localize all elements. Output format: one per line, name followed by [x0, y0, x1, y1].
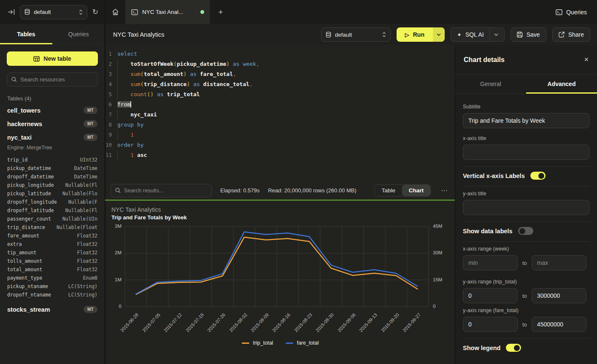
column-row: pickup_datetimeDateTime: [7, 164, 97, 173]
x-axis-tick: 2015-08-02: [228, 312, 248, 333]
x-axis-tick: 2015-08-30: [315, 312, 335, 333]
database-icon: [24, 9, 30, 15]
refresh-icon[interactable]: ↻: [92, 8, 98, 16]
results-search[interactable]: [111, 184, 212, 197]
xrange-min-input[interactable]: [463, 255, 518, 270]
yrange-trip-min-input[interactable]: [463, 288, 518, 303]
sql-ai-button[interactable]: ✦ SQL AI: [451, 27, 505, 42]
x-axis-tick: 2015-07-12: [163, 312, 183, 333]
show-legend-toggle[interactable]: [506, 344, 521, 352]
unsaved-changes-dot: [200, 10, 204, 14]
legend-item-fare_total[interactable]: fare_total: [286, 340, 319, 346]
sidebar-tab-queries[interactable]: Queries: [52, 24, 105, 44]
view-chart-button[interactable]: Chart: [402, 185, 430, 196]
chart-plot[interactable]: 01M2M3M015M30M45M: [105, 224, 455, 309]
y-axis-tick-left: 0: [106, 304, 122, 309]
details-body: Subtitle x-axis title Vertical x-axis La…: [455, 94, 597, 352]
x-axis-tick: 2015-09-27: [402, 312, 421, 333]
yrange-fare-max-input[interactable]: [532, 317, 586, 332]
y-axis-tick-right: 30M: [433, 250, 442, 255]
code-line: 1select: [105, 49, 455, 59]
xrange-max-input[interactable]: [532, 255, 586, 270]
read-stat: Read: 20,000,000 rows (260.00 MB): [268, 187, 357, 194]
y-axis-tick-right: 15M: [433, 277, 442, 282]
sql-editor[interactable]: 1select2 toStartOfWeek(pickup_datetime) …: [105, 45, 455, 181]
save-button[interactable]: Save: [511, 27, 546, 42]
yrange-trip-row: to: [463, 288, 589, 303]
column-row: dropoff_longitudeNullable(F: [7, 198, 97, 206]
query-tab-icon: [131, 9, 138, 15]
engine-badge: MT: [84, 306, 97, 313]
y-axis-tick-right: 45M: [433, 224, 442, 229]
tab-general[interactable]: General: [455, 75, 526, 93]
table-row-stocks-stream[interactable]: stocks_stream MT: [0, 302, 105, 316]
yrange-fare-min-input[interactable]: [463, 317, 518, 332]
tab-title: NYC Taxi Anal...: [142, 9, 196, 15]
view-table-button[interactable]: Table: [375, 185, 402, 196]
column-row: payment_typeEnum8: [7, 274, 97, 282]
elapsed-stat: Elapsed: 0.579s: [220, 187, 259, 194]
details-header: Chart details ×: [455, 45, 597, 75]
column-row: fare_amountFloat32: [7, 232, 97, 240]
tab-nyc-taxi-analytics[interactable]: NYC Taxi Anal...: [125, 0, 211, 24]
x-axis-tick: 2015-08-23: [293, 312, 313, 333]
table-row-nyc-taxi[interactable]: nyc_taxi MT: [0, 130, 105, 144]
results-search-input[interactable]: [124, 187, 207, 194]
chart-legend[interactable]: trip_totalfare_total: [105, 340, 455, 346]
header-database-value: default: [335, 32, 378, 38]
legend-item-trip_total[interactable]: trip_total: [242, 340, 273, 346]
column-row: dropoff_latitudeNullable(Fl: [7, 206, 97, 215]
yaxis-title-input[interactable]: [463, 200, 589, 215]
x-axis-tick: 2015-09-06: [337, 312, 357, 333]
run-button[interactable]: ▷ Run: [397, 27, 433, 42]
table-row-hackernews[interactable]: hackernews MT: [0, 117, 105, 130]
code-line: 8group by: [105, 120, 455, 130]
engine-badge: MT: [84, 120, 97, 127]
new-tab-button[interactable]: +: [211, 0, 231, 24]
data-labels-toggle[interactable]: [518, 227, 533, 235]
vertical-labels-toggle[interactable]: [530, 172, 546, 180]
y-axis-tick-left: 3M: [106, 224, 122, 229]
xaxis-title-input[interactable]: [463, 145, 589, 160]
selector-chevrons-icon: [79, 9, 83, 15]
legend-swatch: [286, 342, 293, 344]
queries-button[interactable]: Queries: [556, 9, 587, 16]
tab-advanced[interactable]: Advanced: [526, 75, 597, 93]
subtitle-input[interactable]: [463, 113, 589, 128]
column-row: pickup_latitudeNullable(Flo: [7, 189, 97, 198]
save-label: Save: [527, 31, 540, 38]
query-title: NYC Taxi Analytics: [113, 31, 315, 38]
new-table-label: New table: [43, 55, 71, 62]
tab-strip: NYC Taxi Anal... +: [105, 0, 556, 24]
run-options-button[interactable]: [433, 27, 445, 42]
details-tabs: General Advanced: [455, 75, 597, 94]
database-selector[interactable]: default: [20, 5, 87, 19]
home-button[interactable]: [105, 0, 125, 24]
code-line: 10order by: [105, 140, 455, 150]
x-axis-tick: 2015-08-16: [271, 312, 291, 333]
close-icon[interactable]: ×: [584, 55, 589, 64]
table-row-cell-towers[interactable]: cell_towers MT: [0, 103, 105, 117]
topbar-left: default ↻: [0, 0, 105, 24]
collapse-sidebar-icon[interactable]: [8, 9, 15, 15]
new-table-button[interactable]: New table: [7, 51, 98, 66]
column-row: tip_amountFloat32: [7, 248, 97, 257]
sql-ai-options-button[interactable]: [489, 28, 498, 41]
more-options-button[interactable]: ⋯: [439, 186, 450, 194]
search-icon: [11, 77, 17, 82]
x-axis-tick: 2015-07-26: [206, 312, 226, 333]
resource-search-input[interactable]: [20, 76, 93, 83]
xaxis-title-label: x-axis title: [463, 135, 589, 141]
code-line: 11 1 asc: [105, 150, 455, 160]
xrange-label: x-axis range (week): [463, 246, 589, 252]
column-row: trip_idUInt32: [7, 156, 97, 164]
x-axis-tick: 2015-09-20: [380, 312, 400, 333]
sidebar-tab-tables[interactable]: Tables: [0, 24, 52, 44]
yrange-trip-max-input[interactable]: [532, 288, 586, 303]
resource-search[interactable]: [7, 73, 98, 86]
code-line: 5 count() as trip_total: [105, 89, 455, 100]
topbar-right: Queries: [556, 0, 597, 24]
header-database-selector[interactable]: default: [321, 27, 391, 42]
share-button[interactable]: Share: [552, 27, 590, 42]
column-row: dropoff_ntanameLC(String): [7, 291, 97, 299]
